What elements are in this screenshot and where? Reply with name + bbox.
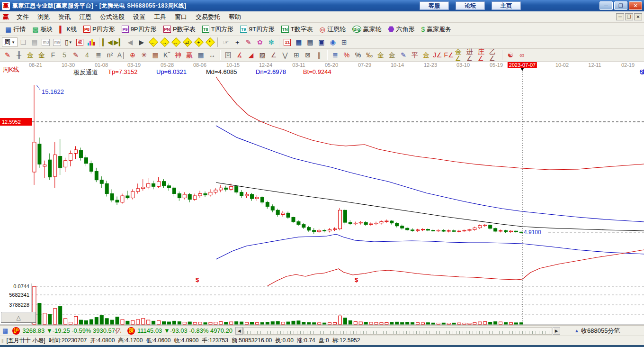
infinity-icon[interactable]: ∞ — [516, 50, 528, 60]
toolbar-9p-square[interactable]: P99P四方形 — [118, 24, 160, 35]
taiji-icon[interactable]: ☯ — [505, 50, 516, 60]
price-distribution-icon[interactable]: ≣ — [330, 50, 341, 60]
yi-angle-icon[interactable]: 乙∠ — [489, 50, 500, 60]
export-chart-icon[interactable]: ◉ — [327, 37, 339, 47]
menu-浏览[interactable]: 浏览 — [33, 12, 54, 22]
zoom-in-icon[interactable]: ＋ — [193, 37, 204, 47]
five-segment-icon[interactable]: 5 — [59, 50, 70, 60]
gold-extension-icon[interactable]: 金 — [36, 50, 47, 60]
titlebar-link-2[interactable]: 主页 — [492, 1, 521, 10]
gann-lines-icon[interactable]: ╫ — [13, 50, 25, 60]
volume-histogram-icon[interactable] — [86, 37, 97, 47]
print-icon[interactable]: ⊞ — [339, 37, 350, 47]
menu-交易委托[interactable]: 交易委托 — [191, 12, 224, 22]
zoom-all-icon[interactable]: ＊ — [204, 37, 215, 47]
menu-资讯[interactable]: 资讯 — [54, 12, 75, 22]
fibonacci-icon[interactable]: F — [47, 50, 59, 60]
gold-lines-icon[interactable]: 金 — [386, 50, 398, 60]
expand-both-icon[interactable]: ↔ — [170, 37, 181, 47]
frame-tool-icon[interactable]: 回 — [223, 50, 234, 60]
titlebar-link-0[interactable]: 客服 — [420, 1, 449, 10]
maximize-button[interactable]: ❐ — [614, 1, 627, 10]
restore-rights-icon[interactable]: 权 — [74, 37, 86, 47]
hand-tool-icon[interactable]: ☞ — [220, 37, 232, 47]
dense-lines-icon[interactable]: ≣ — [93, 50, 104, 60]
chart-scroll-left[interactable]: ◀ — [235, 327, 243, 335]
mark-pen-icon[interactable]: ✎ — [70, 50, 81, 60]
toolbar-quotes[interactable]: ▦行情 — [2, 24, 29, 35]
toolbar-sectors[interactable]: ▩板块 — [29, 24, 56, 35]
shift-right-icon[interactable]: → — [159, 37, 170, 47]
toolbar-kline[interactable]: ▍K线 — [56, 24, 80, 35]
last-page-icon[interactable]: ▶▎ — [113, 37, 125, 47]
jin-angle-icon[interactable]: 进∠ — [466, 50, 477, 60]
grid-123-icon[interactable]: ▦ — [195, 50, 206, 60]
shanghai-index-icon[interactable]: 沪 — [12, 327, 20, 335]
kline-chart-canvas[interactable]: 0.074456823413788228189411412.595215.162… — [0, 62, 644, 325]
four-circle-icon[interactable]: 4 — [81, 50, 93, 60]
chart-scroll-right[interactable]: ▶ — [553, 327, 560, 335]
grid-arrow-icon[interactable]: ⊠ — [302, 50, 313, 60]
next-page-icon[interactable]: ▶ — [136, 37, 147, 47]
crosshair-tool-icon[interactable]: ＋ — [232, 37, 243, 47]
close-button[interactable]: ✕ — [629, 1, 642, 10]
shaded-grid-icon[interactable]: ▨ — [257, 50, 268, 60]
m3-cycle-icon[interactable]: m3 — [40, 37, 52, 47]
info-panel-icon[interactable]: ▤ — [29, 37, 40, 47]
m9-cycle-icon[interactable]: m9 — [52, 37, 63, 47]
parallel-lines-icon[interactable]: ∥ — [313, 50, 325, 60]
toolbar-winner-service[interactable]: $赢家服务 — [418, 24, 455, 35]
swap-range-icon[interactable]: ⇄ — [181, 37, 193, 47]
toolbar-winner-wheel[interactable]: Big赢家轮 — [349, 24, 385, 35]
shenzhen-index-icon[interactable]: 深 — [127, 327, 135, 335]
gold-angle-icon[interactable]: 金∠ — [455, 50, 466, 60]
indicator-name[interactable]: 极反通道 — [73, 68, 98, 77]
tick-data-label[interactable]: 收688055分笔 — [581, 327, 620, 335]
menu-帮助[interactable]: 帮助 — [224, 12, 245, 22]
shift-left-icon[interactable]: ← — [147, 37, 159, 47]
toolbar-gann-wheel[interactable]: ◎江恩轮 — [316, 24, 349, 35]
text-note-icon[interactable]: A∣ — [116, 50, 127, 60]
polygon-tool-icon[interactable]: ✿ — [254, 37, 266, 47]
menu-公式选股[interactable]: 公式选股 — [96, 12, 129, 22]
wave-lines-icon[interactable]: ⋁ — [279, 50, 291, 60]
calendar-icon[interactable]: 21 — [282, 37, 293, 47]
menu-工具[interactable]: 工具 — [150, 12, 170, 22]
period-week-dropdown[interactable]: 周▼ — [2, 37, 18, 47]
calculator-icon[interactable]: ▦ — [293, 37, 304, 47]
ying-tool-icon[interactable]: 赢 — [184, 50, 195, 60]
measure-tool-icon[interactable]: ✎ — [243, 37, 254, 47]
gold-section-icon[interactable]: 金 — [25, 50, 36, 60]
toolbar-9t-square[interactable]: T99T四方形 — [237, 24, 278, 35]
circle-cross-icon[interactable]: ⊕ — [127, 50, 138, 60]
flat-channel-icon[interactable]: 平 — [409, 50, 420, 60]
gold-circle-icon[interactable]: 金 — [375, 50, 386, 60]
n-square-icon[interactable]: n² — [104, 50, 116, 60]
angle-lines-icon[interactable]: ∠ — [268, 50, 279, 60]
candle-style-dropdown[interactable]: ▯▼ — [63, 37, 74, 47]
titlebar-link-1[interactable]: 论坛 — [456, 1, 485, 10]
menu-文件[interactable]: 文件 — [12, 12, 33, 22]
toolbar-hexagon[interactable]: 六角形 — [385, 24, 418, 35]
menu-江恩[interactable]: 江恩 — [75, 12, 96, 22]
chart-layout-icon[interactable]: ❏ — [18, 37, 29, 47]
percent-icon[interactable]: % — [352, 50, 364, 60]
f-angle-icon[interactable]: F∠ — [443, 50, 455, 60]
save-icon[interactable]: ▣ — [316, 37, 327, 47]
k-quote-icon[interactable]: K˝ — [161, 50, 172, 60]
square-spiral-icon[interactable]: ▦ — [150, 50, 161, 60]
grid-box-icon[interactable]: ⊞ — [291, 50, 302, 60]
quote-grid-icon[interactable]: ▦ — [2, 327, 8, 334]
mdi-minimize-button[interactable]: ─ — [616, 13, 624, 20]
percent-red-icon[interactable]: % — [341, 50, 352, 60]
shen-tool-icon[interactable]: 神 — [172, 50, 184, 60]
fan-lines-icon[interactable]: ∡ — [234, 50, 245, 60]
toolbar-p-square[interactable]: P8P四方形 — [80, 24, 118, 35]
mdi-close-button[interactable]: ✕ — [634, 13, 642, 20]
fan-filled-icon[interactable]: ◢ — [245, 50, 257, 60]
notes-icon[interactable]: ▤ — [304, 37, 316, 47]
chart-scrollbar-track[interactable] — [243, 327, 552, 335]
first-page-icon[interactable]: ▎◀ — [102, 37, 113, 47]
draw-pen-icon[interactable]: ✎ — [2, 50, 13, 60]
gold-line-icon[interactable]: 金 — [420, 50, 432, 60]
